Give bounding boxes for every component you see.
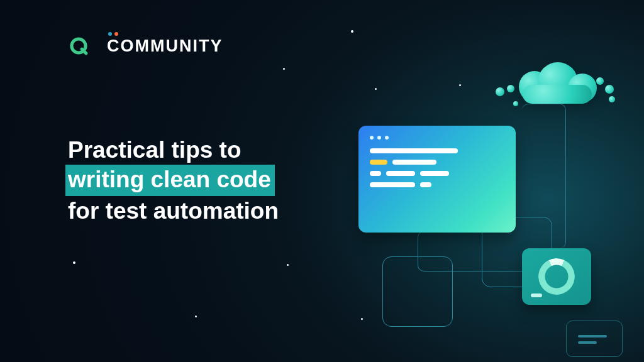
code-window-card xyxy=(358,126,516,233)
title-line-2-highlight: writing clean code xyxy=(65,165,275,195)
brand-logo: COMMUNITY xyxy=(68,35,223,57)
title-line-3: for test automation xyxy=(68,196,345,226)
connector-line xyxy=(418,231,543,272)
outline-card xyxy=(482,217,552,287)
bubble xyxy=(605,85,614,94)
progress-ring-icon xyxy=(532,252,580,300)
window-controls-icon xyxy=(370,136,504,140)
sparkle xyxy=(459,84,461,86)
bubble xyxy=(513,101,518,106)
bubble xyxy=(596,77,604,85)
title-line-1: Practical tips to xyxy=(68,135,345,165)
code-bar xyxy=(370,171,504,176)
bubble xyxy=(507,85,514,92)
code-bar xyxy=(370,182,504,187)
sparkle xyxy=(361,318,363,320)
sparkle xyxy=(195,315,197,317)
bubble xyxy=(496,87,504,96)
code-bar xyxy=(370,148,458,153)
hero-title: Practical tips to writing clean code for… xyxy=(68,135,345,226)
code-bar xyxy=(370,160,504,165)
progress-widget-card xyxy=(522,248,591,305)
outline-card xyxy=(382,256,453,327)
sparkle xyxy=(73,261,75,264)
sparkle xyxy=(375,88,377,90)
connector-line xyxy=(522,104,566,248)
sparkle xyxy=(351,30,353,33)
message-window-icon xyxy=(566,321,623,357)
cloud-icon xyxy=(491,60,616,129)
sparkle xyxy=(283,68,285,70)
sparkle xyxy=(287,264,289,266)
bubble xyxy=(609,96,615,102)
brand-name: COMMUNITY xyxy=(107,36,223,56)
q-icon xyxy=(68,35,89,57)
